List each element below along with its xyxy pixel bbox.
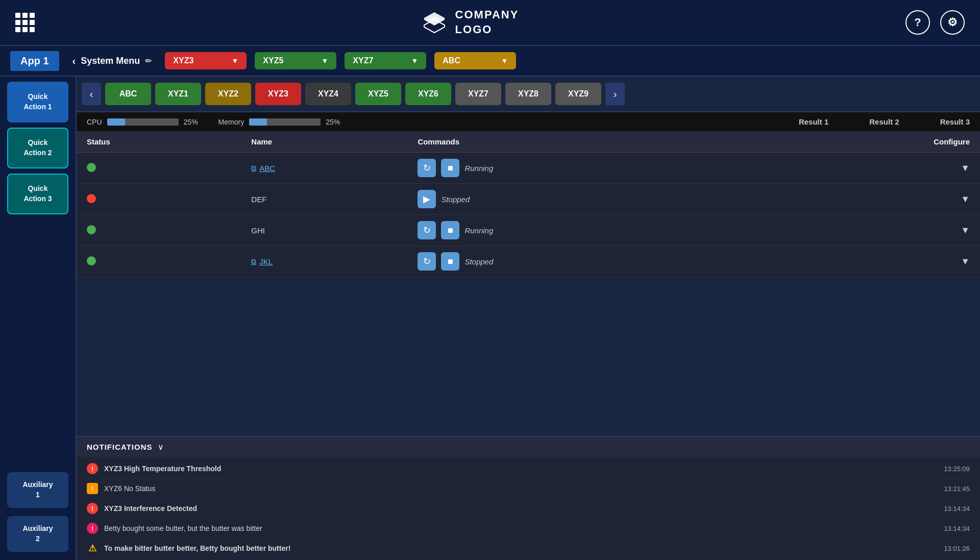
- process-state: Stopped: [464, 257, 493, 266]
- process-state: Running: [464, 164, 493, 173]
- stop-button[interactable]: ■: [441, 221, 459, 239]
- commands-cell: ↻ ■ Running: [407, 153, 767, 184]
- tab-xyz2[interactable]: XYZ2: [205, 83, 251, 105]
- tab-xyz6[interactable]: XYZ6: [405, 83, 451, 105]
- settings-button[interactable]: ⚙: [940, 10, 965, 35]
- tab-xyz5[interactable]: XYZ5: [355, 83, 401, 105]
- configure-cell: ▼: [768, 153, 980, 184]
- sidebar: QuickAction 1 QuickAction 2 QuickAction …: [0, 77, 77, 560]
- status-cell: [77, 184, 241, 215]
- col-commands: Commands: [407, 131, 767, 153]
- sidebar-quick-action-2[interactable]: QuickAction 2: [7, 128, 68, 168]
- cmd-area: ▶ Stopped: [418, 190, 757, 208]
- logo: COMPANY LOGO: [422, 8, 519, 37]
- notifications-section: NOTIFICATIONS ∨ ! XYZ3 High Temperature …: [77, 436, 980, 560]
- cpu-progress-fill: [107, 118, 125, 126]
- name-link-jkl[interactable]: ⧉ JKL: [251, 257, 397, 266]
- chevron-down-icon: ▼: [231, 57, 238, 65]
- dropdown-xyz7[interactable]: XYZ7 ▼: [345, 52, 426, 69]
- memory-label: Memory: [218, 118, 244, 126]
- status-dot-green: [87, 225, 96, 234]
- status-dot-green: [87, 256, 96, 265]
- cpu-status: CPU 25%: [87, 118, 198, 126]
- help-button[interactable]: ?: [905, 10, 930, 35]
- process-state: Stopped: [441, 195, 470, 204]
- edit-icon[interactable]: ✏: [145, 56, 152, 66]
- refresh-button[interactable]: ↻: [418, 252, 436, 271]
- configure-dropdown-icon[interactable]: ▼: [961, 163, 970, 173]
- configure-cell: ▼: [768, 184, 980, 215]
- notification-item: ⚠ To make bitter butter better, Betty bo…: [77, 539, 980, 558]
- sidebar-auxiliary-1[interactable]: Auxiliary1: [7, 472, 68, 508]
- info-icon: !: [87, 523, 98, 534]
- cmd-area: ↻ ■ Stopped: [418, 252, 757, 271]
- chevron-down-icon: ▼: [321, 57, 328, 65]
- tab-abc[interactable]: ABC: [105, 83, 151, 105]
- notification-time: 13:25:09: [944, 465, 970, 473]
- tab-next-button[interactable]: ›: [605, 83, 625, 105]
- system-menu: ‹ System Menu ✏: [67, 55, 157, 67]
- sidebar-auxiliary-2[interactable]: Auxiliary2: [7, 516, 68, 552]
- notifications-header[interactable]: NOTIFICATIONS ∨: [77, 437, 980, 457]
- external-link-icon: ⧉: [251, 164, 256, 173]
- memory-progress-fill: [249, 118, 267, 126]
- configure-dropdown-icon[interactable]: ▼: [961, 256, 970, 266]
- tab-xyz8[interactable]: XYZ8: [505, 83, 551, 105]
- triangle-warning-icon: ⚠: [87, 543, 98, 554]
- cpu-progress-bg: [107, 118, 179, 126]
- memory-progress-bg: [249, 118, 321, 126]
- col-status: Status: [77, 131, 241, 153]
- notification-item: ! Betty bought some butter, but the butt…: [77, 519, 980, 539]
- tab-xyz9[interactable]: XYZ9: [555, 83, 601, 105]
- error-icon: !: [87, 463, 98, 474]
- name-cell: GHI: [241, 215, 407, 246]
- memory-value: 25%: [326, 118, 340, 126]
- dropdown-xyz3[interactable]: XYZ3 ▼: [165, 52, 247, 69]
- notification-item: ! XYZ6 No Status 13:21:45: [77, 479, 980, 499]
- grid-menu-icon[interactable]: [15, 13, 35, 32]
- stop-button[interactable]: ■: [441, 159, 459, 177]
- content-area: ‹ ABC XYZ1 XYZ2 XYZ3 XYZ4 XYZ5 XYZ6 XYZ7…: [77, 77, 980, 560]
- stop-button[interactable]: ■: [441, 252, 459, 271]
- tab-bar: ‹ ABC XYZ1 XYZ2 XYZ3 XYZ4 XYZ5 XYZ6 XYZ7…: [77, 77, 980, 112]
- col-name: Name: [241, 131, 407, 153]
- notification-message: XYZ3 High Temperature Threshold: [104, 465, 938, 473]
- process-table: Status Name Commands Configure: [77, 131, 980, 277]
- name-link-abc[interactable]: ⧉ ABC: [251, 164, 397, 173]
- name-cell: ⧉ JKL: [241, 246, 407, 277]
- table-section: Status Name Commands Configure: [77, 131, 980, 436]
- configure-dropdown-icon[interactable]: ▼: [961, 194, 970, 204]
- app-title[interactable]: App 1: [10, 51, 59, 71]
- tab-xyz4[interactable]: XYZ4: [305, 83, 351, 105]
- play-button[interactable]: ▶: [418, 190, 436, 208]
- system-menu-back-icon[interactable]: ‹: [72, 55, 76, 67]
- dropdown-abc[interactable]: ABC ▼: [434, 52, 516, 69]
- cmd-area: ↻ ■ Running: [418, 221, 757, 239]
- notification-message: XYZ6 No Status: [104, 484, 938, 493]
- configure-cell: ▼: [768, 215, 980, 246]
- tab-xyz7[interactable]: XYZ7: [455, 83, 501, 105]
- result-1-label: Result 1: [799, 117, 828, 126]
- notification-item: ! XYZ3 High Temperature Threshold 13:25:…: [77, 459, 980, 479]
- sidebar-quick-action-1[interactable]: QuickAction 1: [7, 82, 68, 123]
- results-area: Result 1 Result 2 Result 3: [799, 117, 970, 126]
- commands-cell: ↻ ■ Running: [407, 215, 767, 246]
- notifications-title: NOTIFICATIONS: [87, 443, 153, 451]
- refresh-button[interactable]: ↻: [418, 221, 436, 239]
- cpu-label: CPU: [87, 118, 102, 126]
- sidebar-quick-action-3[interactable]: QuickAction 3: [7, 174, 68, 214]
- tab-xyz1[interactable]: XYZ1: [155, 83, 201, 105]
- configure-dropdown-icon[interactable]: ▼: [961, 225, 970, 235]
- table-row: ⧉ JKL ↻ ■ Stopped ▼: [77, 246, 980, 277]
- tab-prev-button[interactable]: ‹: [82, 83, 101, 105]
- memory-status: Memory 25%: [218, 118, 340, 126]
- col-configure: Configure: [768, 131, 980, 153]
- app-bar: App 1 ‹ System Menu ✏ XYZ3 ▼ XYZ5 ▼ XYZ7…: [0, 46, 980, 77]
- commands-cell: ↻ ■ Stopped: [407, 246, 767, 277]
- external-link-icon: ⧉: [251, 257, 256, 266]
- tab-xyz3[interactable]: XYZ3: [255, 83, 301, 105]
- notification-message: To make bitter butter better, Betty boug…: [104, 544, 938, 552]
- notifications-list: ! XYZ3 High Temperature Threshold 13:25:…: [77, 457, 980, 560]
- dropdown-xyz5[interactable]: XYZ5 ▼: [255, 52, 336, 69]
- refresh-button[interactable]: ↻: [418, 159, 436, 177]
